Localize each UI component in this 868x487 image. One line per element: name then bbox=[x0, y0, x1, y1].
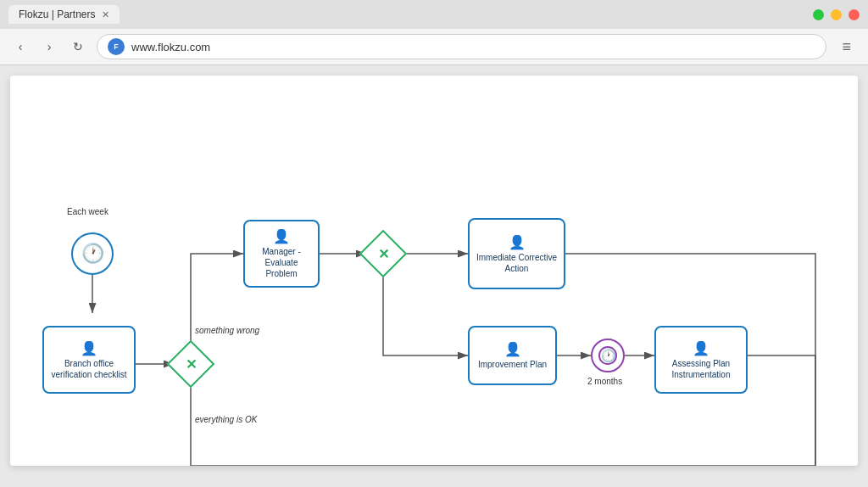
nav-bar: ‹ › ↻ F www.flokzu.com ≡ bbox=[0, 29, 868, 64]
window-controls bbox=[813, 9, 860, 20]
immediate-corrective-task[interactable]: 👤 Immediate Corrective Action bbox=[468, 218, 565, 289]
title-bar: Flokzu | Partners ✕ bbox=[0, 0, 868, 29]
person-icon: 👤 bbox=[81, 340, 97, 356]
improvement-plan-task[interactable]: 👤 Improvement Plan bbox=[468, 326, 557, 385]
x-icon-1: ✕ bbox=[186, 356, 197, 372]
clock-icon: 🕐 bbox=[81, 243, 104, 265]
bpmn-diagram: Each week 🕐 👤 Branch office verification… bbox=[10, 76, 858, 466]
each-week-label: Each week bbox=[67, 207, 108, 216]
main-content: Each week 🕐 👤 Branch office verification… bbox=[10, 76, 858, 466]
connections-svg bbox=[10, 76, 858, 466]
two-months-label: 2 months bbox=[587, 377, 622, 386]
timer-inner-icon: 🕐 bbox=[598, 346, 617, 365]
assessing-plan-task[interactable]: 👤 Assessing Plan Instrumentation bbox=[654, 326, 748, 394]
immediate-person-icon: 👤 bbox=[509, 234, 526, 250]
browser-tab[interactable]: Flokzu | Partners ✕ bbox=[8, 5, 120, 24]
manager-label: Manager - Evaluate Problem bbox=[248, 246, 314, 279]
something-wrong-label: something wrong bbox=[195, 326, 259, 335]
gateway-2[interactable]: ✕ bbox=[359, 230, 408, 278]
site-icon: F bbox=[108, 38, 125, 55]
tab-title: Flokzu | Partners bbox=[19, 8, 95, 20]
back-button[interactable]: ‹ bbox=[10, 36, 31, 57]
improvement-icon: 👤 bbox=[504, 341, 521, 357]
close-button[interactable] bbox=[849, 9, 860, 20]
minimize-button[interactable] bbox=[831, 9, 842, 20]
improvement-label: Improvement Plan bbox=[478, 359, 547, 370]
assessing-icon: 👤 bbox=[693, 340, 709, 356]
url-text: www.flokzu.com bbox=[131, 41, 210, 53]
refresh-button[interactable]: ↻ bbox=[68, 36, 88, 57]
menu-button[interactable]: ≡ bbox=[835, 38, 858, 56]
manager-task[interactable]: 👤 Manager - Evaluate Problem bbox=[243, 220, 320, 288]
start-event[interactable]: 🕐 bbox=[71, 232, 114, 275]
maximize-button[interactable] bbox=[813, 9, 824, 20]
everything-ok-label: everything is OK bbox=[195, 415, 257, 424]
forward-button[interactable]: › bbox=[39, 36, 59, 57]
address-bar[interactable]: F www.flokzu.com bbox=[97, 34, 826, 59]
browser-chrome: Flokzu | Partners ✕ ‹ › ↻ F www.flokzu.c… bbox=[0, 0, 868, 65]
branch-office-label: Branch office verification checklist bbox=[47, 358, 131, 380]
tab-close-button[interactable]: ✕ bbox=[102, 9, 109, 20]
x-icon-2: ✕ bbox=[378, 246, 389, 262]
manager-icon: 👤 bbox=[273, 228, 290, 244]
immediate-label: Immediate Corrective Action bbox=[473, 252, 560, 274]
gateway-1[interactable]: ✕ bbox=[167, 340, 215, 389]
branch-office-task[interactable]: 👤 Branch office verification checklist bbox=[42, 326, 136, 394]
timer-event[interactable]: 🕐 bbox=[591, 339, 625, 372]
assessing-label: Assessing Plan Instrumentation bbox=[659, 358, 743, 380]
